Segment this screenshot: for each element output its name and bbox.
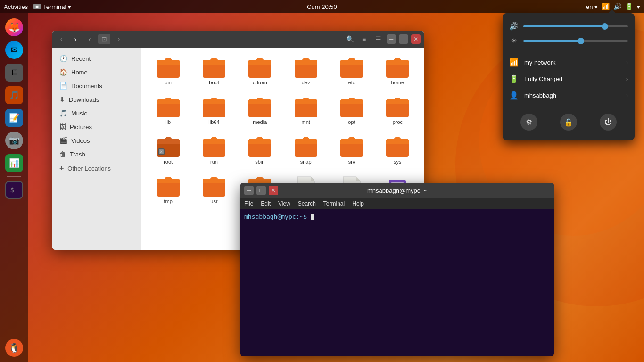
folder-item-proc[interactable]: proc (377, 93, 419, 129)
sidebar-label-other-locations: Other Locations (67, 165, 111, 172)
folder-item-root[interactable]: ✕ root (147, 132, 189, 168)
terminal-indicator[interactable]: ▣ Terminal ▾ (33, 3, 71, 10)
fm-close-button[interactable]: ✕ (411, 34, 421, 44)
system-menu-popup: 🔊 ☀ 📶 my network › 🔋 Fully Charged › 👤 m… (503, 13, 635, 140)
documents-icon: 📄 (59, 82, 67, 90)
dock-item-firefox[interactable]: 🦊 (4, 17, 25, 38)
fm-maximize-button[interactable]: □ (399, 34, 408, 44)
folder-item-boot[interactable]: boot (193, 53, 235, 89)
volume-slider-thumb[interactable] (602, 23, 608, 30)
sys-menu-caret (608, 9, 616, 13)
trash-icon: 🗑 (59, 150, 66, 158)
sidebar-item-downloads[interactable]: ⬇ Downloads (54, 93, 139, 106)
sidebar-item-home[interactable]: 🏠 Home (54, 66, 139, 79)
brightness-slider[interactable] (523, 40, 628, 42)
sidebar-item-videos[interactable]: 🎬 Videos (54, 134, 139, 147)
folder-name-sbin: sbin (255, 159, 264, 165)
folder-item-run[interactable]: run (193, 132, 235, 168)
sidebar-item-other-locations[interactable]: + Other Locations (54, 161, 139, 175)
fm-forward-button[interactable]: › (70, 33, 81, 45)
term-menu-edit[interactable]: Edit (261, 200, 271, 207)
folder-item-usr[interactable]: usr (193, 172, 235, 208)
term-menu-help[interactable]: Help (352, 200, 364, 207)
fm-history-back-button[interactable]: ‹ (84, 33, 95, 45)
lang-indicator[interactable]: en ▾ (586, 3, 598, 10)
power-action-button[interactable]: ⏻ (600, 114, 617, 131)
dock-item-display[interactable]: 🖥 (4, 62, 25, 83)
fm-places-button[interactable]: ⊡ (98, 34, 110, 44)
folder-name-sys: sys (394, 159, 402, 165)
battery-icon[interactable]: 🔋 (625, 3, 633, 10)
sidebar-item-trash[interactable]: 🗑 Trash (54, 148, 139, 161)
fm-back-button[interactable]: ‹ (56, 33, 67, 45)
folder-item-home[interactable]: home (377, 53, 419, 89)
sidebar-item-documents[interactable]: 📄 Documents (54, 79, 139, 92)
folder-item-sbin[interactable]: sbin (239, 132, 281, 168)
sidebar-label-trash: Trash (70, 151, 85, 158)
folder-item-mnt[interactable]: mnt (285, 93, 327, 129)
folder-item-srv[interactable]: srv (330, 132, 372, 168)
dock-bottom: 🐧 (4, 337, 25, 358)
folder-name-lib64: lib64 (208, 119, 219, 125)
dock-item-thunderbird[interactable]: ✉ (4, 40, 25, 60)
sys-menu-battery[interactable]: 🔋 Fully Charged › (503, 71, 635, 87)
brightness-slider-icon: ☀ (509, 36, 519, 45)
dock-item-libreoffice[interactable]: 📊 (4, 153, 25, 173)
dock-item-shotwell[interactable]: 📷 (4, 130, 25, 151)
sidebar-item-music[interactable]: 🎵 Music (54, 107, 139, 120)
folder-item-media[interactable]: media (239, 93, 281, 129)
folder-item-dev[interactable]: dev (285, 53, 327, 89)
sys-menu-divider-2 (503, 107, 635, 107)
lock-action-button[interactable]: 🔒 (560, 114, 577, 131)
volume-slider-icon: 🔊 (509, 22, 519, 31)
dock-ubuntu-logo[interactable]: 🐧 (4, 337, 25, 358)
fm-history-forward-button[interactable]: › (113, 33, 124, 45)
settings-action-button[interactable]: ⚙ (520, 114, 537, 131)
folder-item-bin[interactable]: bin (147, 53, 189, 89)
term-close-button[interactable]: ✕ (269, 186, 278, 195)
activities-button[interactable]: Activities (4, 3, 28, 10)
dock-item-rhythmbox[interactable]: 🎵 (4, 85, 25, 106)
folder-item-opt[interactable]: opt (330, 93, 372, 129)
music-icon: 🎵 (59, 109, 67, 117)
term-menu-file[interactable]: File (244, 200, 253, 207)
power-dropdown-icon: ▾ (637, 3, 640, 10)
term-menu-search[interactable]: Search (298, 200, 316, 207)
folder-item-lib64[interactable]: lib64 (193, 93, 235, 129)
folder-item-tmp[interactable]: tmp (147, 172, 189, 208)
fm-titlebar-right: 🔍 ≡ ☰ ─ □ ✕ (344, 33, 421, 45)
folder-item-cdrom[interactable]: cdrom (239, 53, 281, 89)
recent-icon: 🕐 (59, 55, 67, 62)
topbar-clock[interactable]: Cum 20:50 (307, 3, 337, 10)
network-icon: 📶 (509, 58, 519, 67)
term-maximize-button[interactable]: □ (256, 186, 266, 195)
folder-name-cdrom: cdrom (253, 80, 267, 85)
term-minimize-button[interactable]: ─ (244, 186, 254, 195)
volume-slider[interactable] (523, 25, 628, 27)
terminal-dropdown-icon: ▾ (68, 3, 71, 10)
folder-item-snap[interactable]: snap (285, 132, 327, 168)
fm-search-button[interactable]: 🔍 (344, 33, 355, 45)
sys-menu-user[interactable]: 👤 mhsabbagh › (503, 87, 635, 104)
pictures-icon: 🖼 (59, 123, 66, 131)
folder-name-root: root (164, 159, 173, 165)
sidebar-item-recent[interactable]: 🕐 Recent (54, 52, 139, 65)
folder-name-mnt: mnt (301, 119, 310, 125)
folder-item-lib[interactable]: lib (147, 93, 189, 129)
term-menu-view[interactable]: View (278, 200, 290, 207)
folder-item-sys[interactable]: sys (377, 132, 419, 168)
fm-minimize-button[interactable]: ─ (387, 34, 396, 44)
dock-item-terminal[interactable]: $_ (4, 180, 25, 200)
fm-menu-button[interactable]: ☰ (372, 33, 384, 45)
fm-list-view-button[interactable]: ≡ (358, 33, 370, 45)
sidebar-item-pictures[interactable]: 🖼 Pictures (54, 120, 139, 133)
sidebar-label-music: Music (71, 110, 87, 117)
brightness-slider-thumb[interactable] (578, 38, 584, 44)
folder-item-etc[interactable]: etc (330, 53, 372, 89)
lang-dropdown-icon: ▾ (594, 3, 598, 10)
term-cursor (311, 214, 314, 220)
sys-menu-network[interactable]: 📶 my network › (503, 54, 635, 71)
dock-item-writer[interactable]: 📝 (4, 107, 25, 128)
term-menu-terminal[interactable]: Terminal (323, 200, 345, 207)
term-body[interactable]: mhsabbagh@mypc:~$ (240, 209, 554, 356)
